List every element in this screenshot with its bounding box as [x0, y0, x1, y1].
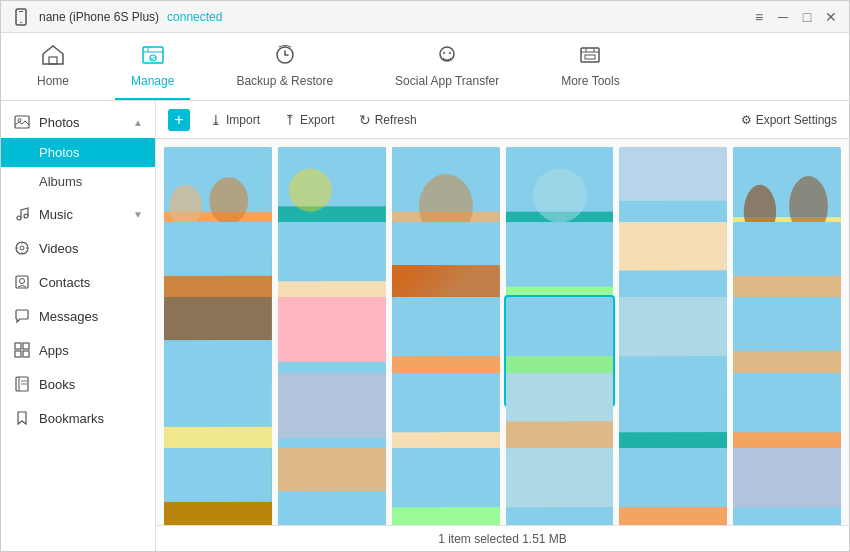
nav-backup-label: Backup & Restore: [236, 74, 333, 88]
photos-icon: [13, 113, 31, 131]
sidebar-section-bookmarks: Bookmarks: [1, 402, 155, 434]
top-nav: Home Manage Backup & Restore: [1, 33, 849, 101]
sidebar-books-label: Books: [39, 377, 75, 392]
sidebar-bookmarks-header[interactable]: Bookmarks: [1, 402, 155, 434]
svg-rect-85: [392, 507, 500, 525]
svg-rect-74: [506, 373, 614, 422]
sidebar-photos-header[interactable]: Photos ▲: [1, 106, 155, 138]
svg-point-14: [17, 216, 21, 220]
manage-icon: [141, 44, 165, 70]
sidebar-section-music: Music ▼: [1, 198, 155, 230]
nav-more-tools-label: More Tools: [561, 74, 619, 88]
svg-rect-62: [506, 297, 614, 356]
sidebar-messages-header[interactable]: Messages: [1, 300, 155, 332]
close-icon[interactable]: ✕: [823, 9, 839, 25]
nav-home[interactable]: Home: [21, 33, 85, 100]
nav-social-label: Social App Transfer: [395, 74, 499, 88]
nav-home-label: Home: [37, 74, 69, 88]
sidebar-apps-header[interactable]: Apps: [1, 334, 155, 366]
sidebar-messages-label: Messages: [39, 309, 98, 324]
refresh-icon: ↻: [359, 112, 371, 128]
sidebar-apps-label: Apps: [39, 343, 69, 358]
books-icon: [13, 375, 31, 393]
photo-item[interactable]: ☁: [506, 448, 614, 525]
sidebar-contacts-label: Contacts: [39, 275, 90, 290]
menu-icon[interactable]: ≡: [751, 9, 767, 25]
photo-item[interactable]: ☁: [619, 448, 727, 525]
svg-rect-22: [15, 351, 21, 357]
content-area: + ⤓ Import ⤒ Export ↻ Refresh ⚙ Export S…: [156, 101, 849, 551]
sidebar-photos-label: Photos: [39, 115, 79, 130]
tools-icon: [578, 44, 602, 70]
photo-item[interactable]: ☁: [278, 448, 386, 525]
maximize-icon[interactable]: □: [799, 9, 815, 25]
nav-more-tools[interactable]: More Tools: [545, 33, 635, 100]
svg-rect-46: [278, 222, 386, 281]
svg-point-8: [443, 52, 445, 54]
photo-item[interactable]: ☁: [733, 448, 841, 525]
svg-point-19: [20, 279, 25, 284]
svg-rect-89: [619, 507, 727, 525]
svg-rect-44: [164, 222, 272, 276]
svg-point-13: [18, 119, 21, 122]
export-settings[interactable]: ⚙ Export Settings: [741, 113, 837, 127]
svg-rect-18: [16, 276, 28, 288]
svg-rect-48: [392, 222, 500, 265]
svg-point-37: [532, 169, 586, 223]
sidebar-bookmarks-label: Bookmarks: [39, 411, 104, 426]
apps-icon: [13, 341, 31, 359]
photo-item[interactable]: ☁: [164, 448, 272, 525]
sidebar-section-messages: Messages: [1, 300, 155, 332]
svg-rect-3: [49, 57, 57, 64]
svg-rect-87: [506, 507, 614, 525]
status-bar: 1 item selected 1.51 MB: [156, 525, 849, 551]
sidebar-books-header[interactable]: Books: [1, 368, 155, 400]
messages-icon: [13, 307, 31, 325]
videos-icon: [13, 239, 31, 257]
sidebar-section-apps: Apps: [1, 334, 155, 366]
sidebar-contacts-header[interactable]: Contacts: [1, 266, 155, 298]
svg-rect-54: [733, 222, 841, 276]
svg-rect-76: [619, 373, 727, 432]
add-button[interactable]: +: [168, 109, 190, 131]
svg-rect-66: [733, 297, 841, 351]
nav-backup-restore[interactable]: Backup & Restore: [220, 33, 349, 100]
sidebar-videos-header[interactable]: Videos: [1, 232, 155, 264]
sidebar-item-albums[interactable]: Albums: [1, 167, 155, 196]
minimize-icon[interactable]: ─: [775, 9, 791, 25]
photos-chevron: ▲: [133, 117, 143, 128]
sidebar-section-videos: Videos: [1, 232, 155, 264]
svg-rect-86: [506, 448, 614, 507]
svg-rect-38: [619, 147, 727, 201]
svg-rect-56: [164, 297, 272, 340]
svg-rect-72: [392, 373, 500, 432]
photo-toolbar: + ⤓ Import ⤒ Export ↻ Refresh ⚙ Export S…: [156, 101, 849, 139]
refresh-button[interactable]: ↻ Refresh: [349, 108, 427, 132]
settings-gear-icon: ⚙: [741, 113, 752, 127]
home-icon: [41, 44, 65, 70]
svg-rect-82: [278, 448, 386, 491]
toolbar-left: + ⤓ Import ⤒ Export ↻ Refresh: [168, 108, 427, 132]
svg-point-7: [440, 47, 454, 61]
title-bar-left: nane (iPhone 6S Plus) connected: [11, 7, 222, 27]
import-button[interactable]: ⤓ Import: [200, 108, 270, 132]
main-content: Photos ▲ Photos Albums: [1, 101, 849, 551]
sidebar-item-photos[interactable]: Photos: [1, 138, 155, 167]
svg-point-2: [20, 21, 22, 23]
svg-rect-20: [15, 343, 21, 349]
svg-rect-11: [585, 55, 595, 59]
title-bar-controls[interactable]: ≡ ─ □ ✕: [751, 9, 839, 25]
export-button[interactable]: ⤒ Export: [274, 108, 345, 132]
nav-manage[interactable]: Manage: [115, 33, 190, 100]
svg-rect-64: [619, 297, 727, 356]
contacts-icon: [13, 273, 31, 291]
sidebar-music-label: Music: [39, 207, 73, 222]
photo-item[interactable]: ☁: [392, 448, 500, 525]
device-status: connected: [167, 10, 222, 24]
nav-social[interactable]: Social App Transfer: [379, 33, 515, 100]
social-icon: [435, 44, 459, 70]
svg-rect-91: [733, 507, 841, 525]
bookmarks-icon: [13, 409, 31, 427]
sidebar-music-header[interactable]: Music ▼: [1, 198, 155, 230]
svg-point-31: [289, 169, 332, 212]
